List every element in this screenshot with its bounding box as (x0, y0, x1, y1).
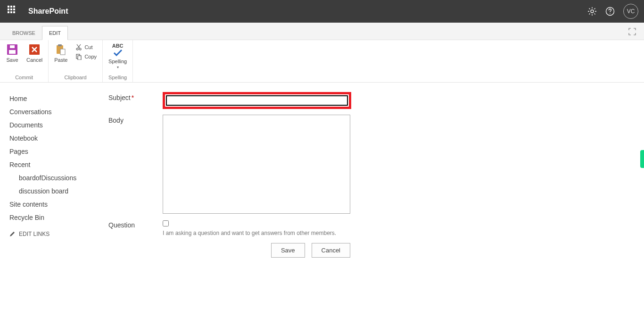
subject-highlight (163, 92, 351, 109)
focus-content-icon[interactable] (628, 27, 636, 37)
abc-label: ABC (112, 43, 124, 49)
left-nav: Home Conversations Documents Notebook Pa… (9, 92, 99, 258)
body-label: Body (108, 115, 163, 214)
ribbon-group-label-commit: Commit (4, 74, 44, 81)
ribbon-group-spelling: ABC Spelling ▾ Spelling (103, 40, 133, 82)
pencil-icon (9, 231, 15, 237)
ribbon-group-label-spelling: Spelling (107, 74, 129, 81)
check-icon (113, 50, 123, 58)
top-bar-right: VC (587, 4, 638, 19)
subject-label: Subject* (108, 92, 163, 109)
body-textarea[interactable] (163, 115, 350, 214)
question-checkbox[interactable] (163, 220, 169, 226)
save-icon (6, 43, 19, 56)
form-save-button[interactable]: Save (271, 243, 305, 258)
app-launcher-icon[interactable] (8, 6, 19, 17)
form-row-question: Question I am asking a question and want… (108, 219, 351, 236)
svg-rect-13 (78, 56, 81, 60)
nav-pages[interactable]: Pages (9, 145, 94, 158)
tab-browse[interactable]: BROWSE (6, 26, 42, 40)
nav-notebook[interactable]: Notebook (9, 132, 94, 145)
copy-button[interactable]: Copy (73, 52, 99, 61)
svg-rect-9 (60, 49, 65, 55)
form-buttons: Save Cancel (108, 243, 350, 258)
svg-rect-8 (58, 44, 62, 46)
cancel-icon (28, 43, 41, 56)
paste-icon (54, 43, 67, 56)
feedback-tab[interactable] (640, 150, 644, 168)
cancel-button[interactable]: Cancel (25, 42, 44, 64)
edit-links-button[interactable]: EDIT LINKS (9, 224, 94, 237)
svg-point-11 (79, 48, 81, 50)
ribbon: Save Cancel Commit Paste (0, 40, 644, 83)
gear-icon[interactable] (587, 7, 597, 16)
ribbon-group-commit: Save Cancel Commit (0, 40, 49, 82)
ribbon-group-label-clipboard: Clipboard (52, 74, 99, 81)
cut-button[interactable]: Cut (73, 43, 99, 51)
avatar[interactable]: VC (623, 4, 638, 19)
save-button[interactable]: Save (4, 42, 21, 64)
cut-icon (75, 43, 83, 51)
svg-rect-4 (9, 50, 16, 54)
form-row-subject: Subject* (108, 92, 351, 109)
top-bar: SharePoint VC (0, 0, 644, 23)
nav-discussion-board[interactable]: discussion board (9, 184, 94, 198)
nav-recycle-bin[interactable]: Recycle Bin (9, 211, 94, 224)
form-row-body: Body (108, 115, 351, 214)
brand-title: SharePoint (28, 7, 68, 16)
form-area: Subject* Body Question I am asking a que… (99, 92, 351, 258)
svg-point-10 (76, 48, 78, 50)
nav-conversations[interactable]: Conversations (9, 105, 94, 118)
form-cancel-button[interactable]: Cancel (312, 243, 350, 258)
copy-icon (75, 53, 83, 60)
nav-home[interactable]: Home (9, 92, 94, 105)
svg-rect-5 (10, 45, 15, 48)
subject-input[interactable] (166, 95, 348, 106)
nav-board-of-discussions[interactable]: boardofDiscussions (9, 171, 94, 184)
tab-edit[interactable]: EDIT (42, 26, 68, 40)
question-label: Question (108, 219, 163, 236)
svg-point-0 (591, 10, 594, 13)
paste-button[interactable]: Paste (52, 42, 69, 64)
spelling-button[interactable]: ABC Spelling ▾ (107, 42, 129, 70)
question-help-text: I am asking a question and want to get a… (163, 230, 336, 236)
nav-recent[interactable]: Recent (9, 158, 94, 171)
ribbon-group-clipboard: Paste Cut Copy Clipboard (49, 40, 103, 82)
tab-row: BROWSE EDIT (0, 23, 644, 40)
help-icon[interactable] (605, 7, 615, 16)
chevron-down-icon: ▾ (117, 65, 119, 69)
nav-documents[interactable]: Documents (9, 118, 94, 132)
content: Home Conversations Documents Notebook Pa… (0, 83, 644, 258)
svg-point-2 (610, 13, 610, 14)
nav-site-contents[interactable]: Site contents (9, 198, 94, 211)
